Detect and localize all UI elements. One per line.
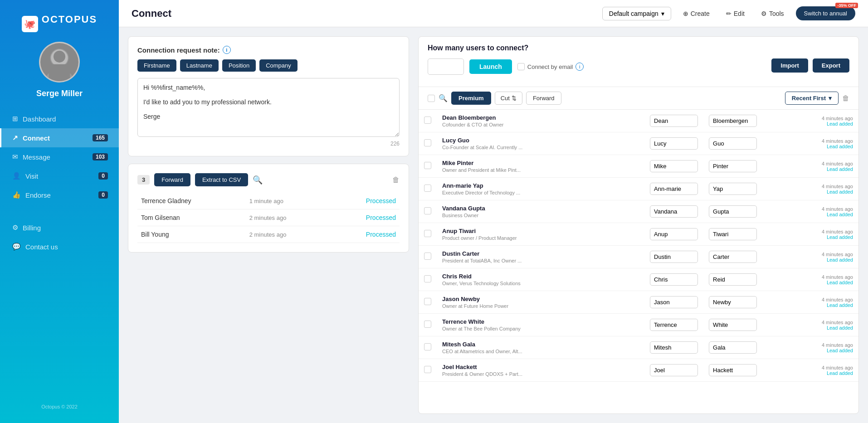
lastname-tag-button[interactable]: Lastname — [180, 59, 219, 72]
lead-checkbox[interactable] — [424, 207, 431, 214]
lead-name: Terrence White — [442, 318, 639, 325]
lead-time-cell: 4 minutes ago Lead added — [762, 314, 858, 336]
search-icon[interactable]: 🔍 — [253, 175, 263, 185]
lead-first-input[interactable] — [650, 251, 698, 263]
sidebar-item-endorse[interactable]: 👍 Endorse 0 — [0, 185, 119, 204]
lead-title: Owner, Verus Technology Solutions — [442, 281, 639, 286]
lead-last-input[interactable] — [709, 251, 757, 263]
lead-first-input[interactable] — [650, 341, 698, 354]
lead-checkbox[interactable] — [424, 139, 431, 146]
lead-first-input[interactable] — [650, 160, 698, 172]
lead-checkbox[interactable] — [424, 117, 431, 124]
lead-last-input[interactable] — [709, 205, 757, 218]
lead-checkbox-cell — [419, 132, 437, 155]
lead-last-cell — [703, 132, 762, 155]
lead-first-cell — [644, 178, 703, 200]
lead-first-cell — [644, 268, 703, 291]
lead-last-input[interactable] — [709, 137, 757, 150]
campaign-dropdown[interactable]: Default campaign ▾ — [602, 7, 671, 20]
sidebar-item-contact-us[interactable]: 💬 Contact us — [0, 237, 119, 256]
lead-first-input[interactable] — [650, 273, 698, 286]
connect-email-checkbox[interactable] — [517, 63, 525, 70]
lead-checkbox[interactable] — [424, 253, 431, 260]
lead-checkbox[interactable] — [424, 298, 431, 305]
lead-last-input[interactable] — [709, 228, 757, 240]
lead-first-cell — [644, 359, 703, 382]
lead-checkbox[interactable] — [424, 343, 431, 350]
sidebar-item-label: Visit — [25, 172, 38, 180]
select-all-checkbox[interactable] — [428, 95, 435, 102]
lead-time: 4 minutes ago — [768, 320, 853, 325]
lead-title: Owner and President at Mike Pint... — [442, 167, 639, 173]
lead-last-input[interactable] — [709, 273, 757, 286]
lead-time: 4 minutes ago — [768, 252, 853, 257]
user-count-input[interactable] — [428, 58, 464, 75]
firstname-tag-button[interactable]: Firstname — [137, 59, 176, 72]
lead-last-input[interactable] — [709, 160, 757, 172]
launch-button[interactable]: Launch — [469, 59, 512, 74]
lead-checkbox[interactable] — [424, 275, 431, 282]
lead-first-input[interactable] — [650, 205, 698, 218]
sidebar-item-label: Endorse — [25, 191, 51, 199]
lead-checkbox[interactable] — [424, 230, 431, 237]
filter-search-icon[interactable]: 🔍 — [439, 94, 448, 102]
lead-checkbox[interactable] — [424, 321, 431, 328]
cut-button[interactable]: Cut ⇅ — [495, 92, 522, 105]
info-icon[interactable]: i — [223, 46, 231, 54]
forward-button[interactable]: Forward — [154, 173, 190, 186]
import-button[interactable]: Import — [771, 58, 808, 73]
sidebar-item-dashboard[interactable]: ⊞ Dashboard — [0, 109, 119, 128]
processed-time: 2 minutes ago — [246, 209, 329, 226]
lead-last-input[interactable] — [709, 341, 757, 354]
table-row: Terrence Gladney 1 minute ago Processed — [137, 193, 400, 209]
message-badge: 103 — [93, 153, 108, 160]
connect-email-info-icon[interactable]: i — [575, 63, 584, 71]
recent-first-dropdown[interactable]: Recent First ▾ — [785, 92, 839, 105]
lead-first-input[interactable] — [650, 296, 698, 308]
tools-button[interactable]: ⚙ Tools — [756, 7, 789, 20]
lead-checkbox[interactable] — [424, 366, 431, 373]
lead-time: 4 minutes ago — [768, 342, 853, 348]
plus-icon: ⊕ — [683, 10, 688, 17]
forward-filter-button[interactable]: Forward — [526, 92, 561, 105]
lead-time-cell: 4 minutes ago Lead added — [762, 291, 858, 314]
lead-first-cell — [644, 110, 703, 132]
lead-checkbox[interactable] — [424, 162, 431, 169]
extract-csv-button[interactable]: Extract to CSV — [195, 173, 248, 186]
lead-last-input[interactable] — [709, 115, 757, 127]
svg-rect-4 — [49, 64, 70, 81]
lead-time-cell: 4 minutes ago Lead added — [762, 268, 858, 291]
lead-last-input[interactable] — [709, 296, 757, 308]
export-button[interactable]: Export — [813, 58, 849, 73]
trash-icon[interactable]: 🗑 — [842, 94, 849, 102]
sidebar-item-visit[interactable]: 👤 Visit 0 — [0, 166, 119, 185]
lead-checkbox[interactable] — [424, 185, 431, 192]
lead-first-input[interactable] — [650, 137, 698, 150]
lead-first-input[interactable] — [650, 228, 698, 240]
edit-button[interactable]: ✏ Edit — [722, 7, 749, 20]
premium-filter-button[interactable]: Premium — [451, 92, 491, 105]
create-button[interactable]: ⊕ Create — [678, 7, 714, 20]
company-tag-button[interactable]: Company — [259, 59, 297, 72]
lead-first-input[interactable] — [650, 115, 698, 127]
lead-first-input[interactable] — [650, 319, 698, 331]
position-tag-button[interactable]: Position — [222, 59, 256, 72]
delete-icon[interactable]: 🗑 — [392, 176, 400, 184]
lead-status: Lead added — [768, 121, 853, 126]
sidebar-item-connect[interactable]: ↗ Connect 165 — [0, 128, 119, 147]
endorse-badge: 0 — [98, 191, 108, 199]
lead-last-input[interactable] — [709, 364, 757, 376]
svg-point-3 — [54, 51, 65, 63]
sidebar-item-message[interactable]: ✉ Message 103 — [0, 147, 119, 166]
list-item: Jason Newby Owner at Future Home Power 4… — [419, 291, 858, 314]
switch-to-annual-button[interactable]: Switch to annual -35% OFF — [796, 6, 855, 20]
lead-title: Executive Director of Technology ... — [442, 190, 639, 195]
lead-last-input[interactable] — [709, 183, 757, 195]
lead-first-input[interactable] — [650, 364, 698, 376]
message-textarea[interactable]: Hi %%first_name%%, I'd like to add you t… — [137, 78, 400, 137]
lead-last-input[interactable] — [709, 319, 757, 331]
sidebar-item-billing[interactable]: ⚙ Billing — [0, 218, 119, 237]
list-item: Joel Hackett President & Owner QDOXS + P… — [419, 359, 858, 382]
lead-first-input[interactable] — [650, 183, 698, 195]
share-icon: ↗ — [12, 134, 18, 142]
